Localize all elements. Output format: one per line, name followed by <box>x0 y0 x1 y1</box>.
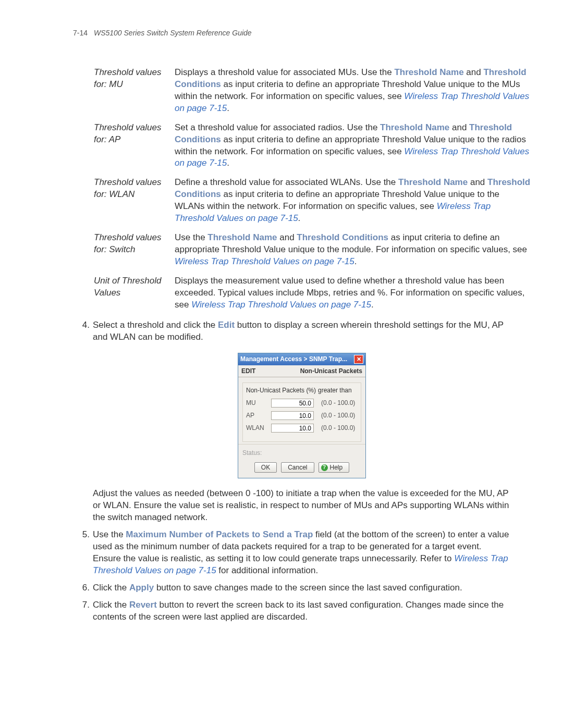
definition-term: Threshold values for: WLAN <box>94 177 175 201</box>
row-label: WLAN <box>246 424 271 432</box>
field-name-link: Threshold Name <box>398 177 468 187</box>
definition-list: Threshold values for: MU Displays a thre… <box>94 67 532 311</box>
range-hint: (0.0 - 100.0) <box>318 411 358 419</box>
definition-term: Threshold values for: AP <box>94 122 175 146</box>
dialog-title-bar: Management Access > SNMP Trap... ✕ <box>238 353 365 365</box>
definition-body: Set a threshold value for associated rad… <box>175 122 532 170</box>
step-number: 7. <box>78 599 93 611</box>
field-name-link: Threshold Name <box>394 67 463 77</box>
field-name-link: Threshold Conditions <box>297 232 388 242</box>
page-number: 7-14 <box>73 29 88 37</box>
definition-body: Use the Threshold Name and Threshold Con… <box>175 232 532 268</box>
definition-body: Displays a threshold value for associate… <box>175 67 532 115</box>
field-header: Non-Unicast Packets (%) greater than <box>246 386 358 394</box>
field-name-link: Threshold Name <box>380 122 449 132</box>
definition-row: Threshold values for: Switch Use the Thr… <box>94 232 532 268</box>
step-4: 4. Select a threshold and click the Edit… <box>78 319 511 524</box>
threshold-row-mu: MU (0.0 - 100.0) <box>246 399 358 408</box>
ap-threshold-input[interactable] <box>271 411 314 420</box>
page-header: 7-14 WS5100 Series Switch System Referen… <box>73 28 511 38</box>
wlan-threshold-input[interactable] <box>271 424 314 433</box>
status-line: Status: <box>238 444 365 459</box>
mu-threshold-input[interactable] <box>271 399 314 408</box>
step-number: 6. <box>78 582 93 594</box>
range-hint: (0.0 - 100.0) <box>318 399 358 407</box>
definition-row: Threshold values for: WLAN Define a thre… <box>94 177 532 225</box>
definition-term: Threshold values for: MU <box>94 67 175 91</box>
definition-row: Threshold values for: MU Displays a thre… <box>94 67 532 115</box>
dialog-screenshot: Management Access > SNMP Trap... ✕ EDIT … <box>93 353 511 479</box>
step-number: 5. <box>78 529 93 541</box>
step-body: Use the Maximum Number of Packets to Sen… <box>93 529 511 577</box>
document-title: WS5100 Series Switch System Reference Gu… <box>94 29 252 37</box>
field-name-ref: Maximum Number of Packets to Send a Trap <box>126 529 313 539</box>
definition-row: Unit of Threshold Values Displays the me… <box>94 275 532 311</box>
definition-body: Displays the measurement value used to d… <box>175 275 532 311</box>
field-grid: Non-Unicast Packets (%) greater than MU … <box>242 382 361 442</box>
definition-term: Threshold values for: Switch <box>94 232 175 256</box>
revert-button-ref: Revert <box>129 600 157 610</box>
step-4-para2: Adjust the values as needed (between 0 -… <box>93 488 511 524</box>
step-list: 4. Select a threshold and click the Edit… <box>78 319 511 623</box>
column-header-1: Non-Unicast Packets (%) <box>246 386 318 394</box>
definition-term: Unit of Threshold Values <box>94 275 175 299</box>
step-5: 5. Use the Maximum Number of Packets to … <box>78 529 511 577</box>
step-7: 7. Click the Revert button to revert the… <box>78 599 511 623</box>
close-icon[interactable]: ✕ <box>354 355 363 364</box>
range-hint: (0.0 - 100.0) <box>318 424 358 432</box>
step-body: Select a threshold and click the Edit bu… <box>93 319 511 524</box>
help-button[interactable]: ? Help <box>319 462 350 473</box>
row-label: AP <box>246 411 271 419</box>
row-label: MU <box>246 399 271 407</box>
cross-reference-link[interactable]: Wireless Trap Threshold Values on page 7… <box>175 256 354 266</box>
step-body: Click the Revert button to revert the sc… <box>93 599 511 623</box>
field-name-link: Threshold Name <box>207 232 277 242</box>
help-icon: ? <box>321 464 328 471</box>
definition-body: Define a threshold value for associated … <box>175 177 532 225</box>
edit-label: EDIT <box>241 367 255 375</box>
step-6: 6. Click the Apply button to save change… <box>78 582 511 594</box>
step-body: Click the Apply button to save changes m… <box>93 582 511 594</box>
dialog-title-text: Management Access > SNMP Trap... <box>240 355 347 363</box>
threshold-row-wlan: WLAN (0.0 - 100.0) <box>246 424 358 433</box>
snmp-trap-dialog: Management Access > SNMP Trap... ✕ EDIT … <box>238 353 366 479</box>
cross-reference-link[interactable]: Wireless Trap Threshold Values on page 7… <box>191 300 371 310</box>
threshold-row-ap: AP (0.0 - 100.0) <box>246 411 358 420</box>
dialog-subheader: EDIT Non-Unicast Packets <box>238 365 365 377</box>
ok-button[interactable]: OK <box>254 462 277 473</box>
cancel-button[interactable]: Cancel <box>281 462 314 473</box>
edit-button-ref: Edit <box>218 320 235 330</box>
column-header-2: greater than <box>318 386 352 394</box>
section-label: Non-Unicast Packets <box>300 367 362 375</box>
dialog-body: Non-Unicast Packets (%) greater than MU … <box>238 377 365 444</box>
definition-row: Threshold values for: AP Set a threshold… <box>94 122 532 170</box>
step-number: 4. <box>78 319 93 331</box>
dialog-button-bar: OK Cancel ? Help <box>238 459 365 478</box>
apply-button-ref: Apply <box>129 583 154 593</box>
